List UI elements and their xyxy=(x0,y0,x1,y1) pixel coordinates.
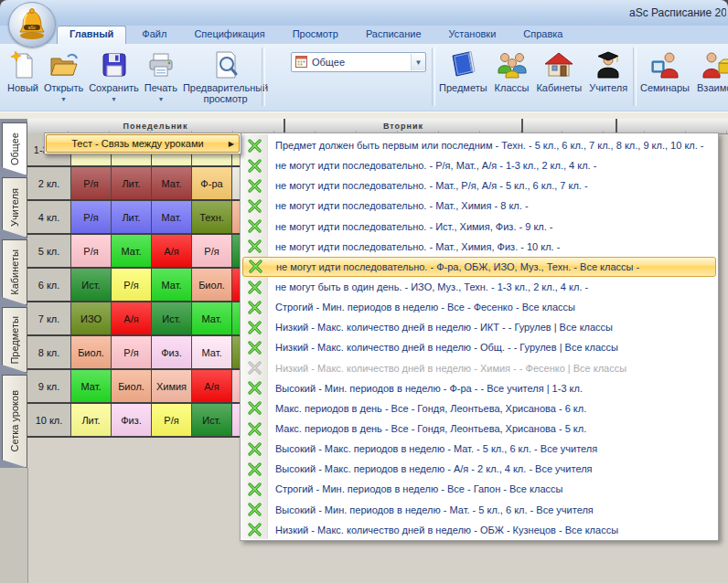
submenu-item-12[interactable]: Высокий - Мин. периодов в неделю - Ф-ра … xyxy=(242,378,716,398)
lesson-cell[interactable]: Лит. xyxy=(112,167,152,199)
submenu-item-5[interactable]: не могут идти последовательно. - Мат., Х… xyxy=(242,237,716,257)
new-button[interactable]: Новый xyxy=(7,48,38,105)
submenu-item-13[interactable]: Макс. периодов в день - Все - Гондя, Лео… xyxy=(242,398,716,419)
lesson-cell[interactable]: Мат. xyxy=(192,336,232,368)
lesson-cell[interactable]: Ист. xyxy=(152,302,192,334)
lesson-cell[interactable]: Ист. xyxy=(192,404,232,436)
lesson-cell[interactable]: Мат. xyxy=(152,201,192,233)
submenu-item-4[interactable]: не могут идти последовательно. - Ист., Х… xyxy=(242,217,716,237)
rooms-button[interactable]: Кабинеты xyxy=(536,48,582,93)
sidebar-tab-4[interactable]: Сетка уроков xyxy=(2,375,27,468)
submenu-item-18[interactable]: Высокий - Мин. периодов в неделю - Мат. … xyxy=(242,500,716,520)
menu-item-test-link-between-lessons[interactable]: Тест - Связь между уроками ▶ xyxy=(46,134,240,153)
lesson-cell[interactable]: Р/я xyxy=(192,235,232,267)
lesson-cell[interactable]: Мат. xyxy=(192,302,232,334)
submenu-item-14[interactable]: Макс. периодов в день - Все - Гондя, Лео… xyxy=(242,419,716,439)
submenu-item-7[interactable]: не могут быть в один день. - ИЗО, Муз., … xyxy=(242,277,716,297)
submenu-item-9[interactable]: Низкий - Макс. количество дней в неделю … xyxy=(242,317,716,337)
lesson-cell[interactable]: Лит. xyxy=(112,201,152,233)
lesson-cell[interactable]: Мат. xyxy=(152,269,192,301)
grid-row-6: 8 кл.Биол.Р/яФиз.Мат. xyxy=(27,336,273,370)
submenu-item-10[interactable]: Низкий - Макс. количество дней в неделю … xyxy=(242,337,716,357)
file-button-group: Новый Открыть ▼ Сохранить ▼ Печать ▼ Пре… xyxy=(7,48,268,105)
lesson-cell[interactable]: Ф-ра xyxy=(192,167,232,199)
lesson-cell[interactable]: Р/я xyxy=(152,404,192,436)
save-button[interactable]: Сохранить ▼ xyxy=(89,48,139,105)
teachers-button[interactable]: Учителя xyxy=(589,48,627,93)
lesson-cell[interactable]: Ист. xyxy=(71,269,112,301)
lesson-cell[interactable]: Лит. xyxy=(71,404,112,436)
subjects-button[interactable]: Предметы xyxy=(439,48,487,93)
chevron-down-icon[interactable]: ▼ xyxy=(411,54,425,70)
sidebar-bottom-strip xyxy=(0,468,28,583)
grid-row-4: 6 кл.Ист.Р/яМат.Биол.А/я xyxy=(27,269,273,302)
ribbon-tab-1[interactable]: Файл xyxy=(130,26,178,44)
card-relationship-icon xyxy=(247,138,262,153)
submenu-item-17[interactable]: Строгий - Мин. периодов в неделю - Все -… xyxy=(242,479,716,499)
lesson-cell[interactable]: Мат. xyxy=(112,235,152,267)
app-orb-button[interactable]: aSc xyxy=(8,2,56,48)
lesson-cell[interactable]: А/я xyxy=(112,302,152,334)
print-dropdown-arrow[interactable]: ▼ xyxy=(157,94,164,105)
lesson-cell[interactable]: Биол. xyxy=(112,370,152,402)
ribbon-tab-5[interactable]: Установки xyxy=(437,26,509,44)
submenu-item-2[interactable]: не могут идти последовательно. - Мат., Р… xyxy=(242,175,716,196)
ribbon-tab-4[interactable]: Расписание xyxy=(354,26,434,44)
lesson-cell[interactable]: Мат. xyxy=(152,167,192,199)
lesson-cell[interactable]: ИЗО xyxy=(71,302,112,334)
sidebar-tab-2[interactable]: Кабинеты xyxy=(2,239,27,305)
lesson-cell[interactable]: Физ. xyxy=(152,336,192,368)
lesson-cell[interactable]: Техн. xyxy=(192,201,232,233)
lesson-cell[interactable]: Р/я xyxy=(112,269,152,301)
print-button[interactable]: Печать ▼ xyxy=(145,48,177,105)
day-header-monday: Понедельник xyxy=(27,122,284,131)
classes-button[interactable]: Классы xyxy=(495,48,530,93)
submenu-item-6[interactable]: не могут идти последовательно. - Ф-ра, О… xyxy=(242,257,716,277)
bell-icon: aSc xyxy=(16,7,48,42)
ribbon-tab-6[interactable]: Справка xyxy=(511,26,574,44)
lesson-cell[interactable]: Р/я xyxy=(71,201,112,233)
people-group-icon xyxy=(496,48,529,82)
submenu-item-3[interactable]: не могут идти последовательно. - Мат., Х… xyxy=(242,196,716,216)
submenu-item-19[interactable]: Низкий - Макс. количество дней в неделю … xyxy=(242,520,716,540)
submenu-item-1[interactable]: не могут идти последовательно. - Р/я, Ма… xyxy=(242,155,716,175)
svg-text:aSc: aSc xyxy=(28,25,37,30)
submenu-item-15[interactable]: Высокий - Макс. периодов в неделю - Мат.… xyxy=(242,439,716,459)
submenu-item-11[interactable]: Низкий - Макс. количество дней в неделю … xyxy=(242,358,716,378)
relationships-button[interactable]: Взаимо xyxy=(697,48,728,93)
submenu-item-16[interactable]: Высокий - Макс. периодов в неделю - А/я … xyxy=(242,459,716,479)
save-floppy-icon xyxy=(102,48,127,82)
submenu-item-0[interactable]: Предмет должен быть первым или последним… xyxy=(242,135,716,155)
day-header-tuesday: Вторник xyxy=(285,122,521,131)
lesson-cell[interactable]: Р/я xyxy=(71,235,112,267)
open-dropdown-arrow[interactable]: ▼ xyxy=(60,94,67,105)
title-bar xyxy=(0,0,728,26)
submenu-item-label: не могут идти последовательно. - Мат., Р… xyxy=(275,180,588,191)
constraints-submenu: Предмет должен быть первым или последним… xyxy=(240,132,719,541)
view-dropdown[interactable]: Общее ▼ xyxy=(291,52,426,72)
lesson-cell[interactable]: А/я xyxy=(192,370,232,402)
lesson-cell[interactable]: Химия xyxy=(152,370,192,402)
print-preview-button[interactable]: Предварительный просмотр xyxy=(183,48,268,105)
card-relationship-icon xyxy=(247,219,262,234)
ribbon-tabs: ГлавныйФайлСпецификацияПросмотрРасписани… xyxy=(57,26,574,44)
seminars-button[interactable]: Семинары xyxy=(640,48,690,93)
lesson-cell[interactable]: Р/я xyxy=(112,336,152,368)
ribbon-tab-2[interactable]: Спецификация xyxy=(182,26,276,44)
submenu-item-8[interactable]: Строгий - Мин. периодов в неделю - Все -… xyxy=(242,297,716,317)
sidebar-tab-3[interactable]: Предметы xyxy=(2,307,27,373)
lesson-cell[interactable]: Мат. xyxy=(71,370,112,402)
save-dropdown-arrow[interactable]: ▼ xyxy=(111,94,117,105)
lesson-cell[interactable]: Биол. xyxy=(71,336,112,368)
open-button[interactable]: Открыть ▼ xyxy=(44,48,83,105)
ribbon-tab-0[interactable]: Главный xyxy=(57,26,126,44)
lesson-cell[interactable]: А/я xyxy=(152,235,192,267)
lesson-cell[interactable]: Физ. xyxy=(112,404,152,436)
sidebar-tab-0[interactable]: Общее xyxy=(2,122,27,175)
lesson-cell[interactable]: Р/я xyxy=(71,167,112,199)
sidebar-tab-1[interactable]: Учителя xyxy=(2,177,27,238)
seminar-button-group: Семинары Взаимо xyxy=(640,48,728,93)
ribbon-tab-3[interactable]: Просмотр xyxy=(281,26,350,44)
lesson-cell[interactable]: Биол. xyxy=(192,269,232,301)
sidebar-tab-label: Сетка уроков xyxy=(9,390,20,451)
